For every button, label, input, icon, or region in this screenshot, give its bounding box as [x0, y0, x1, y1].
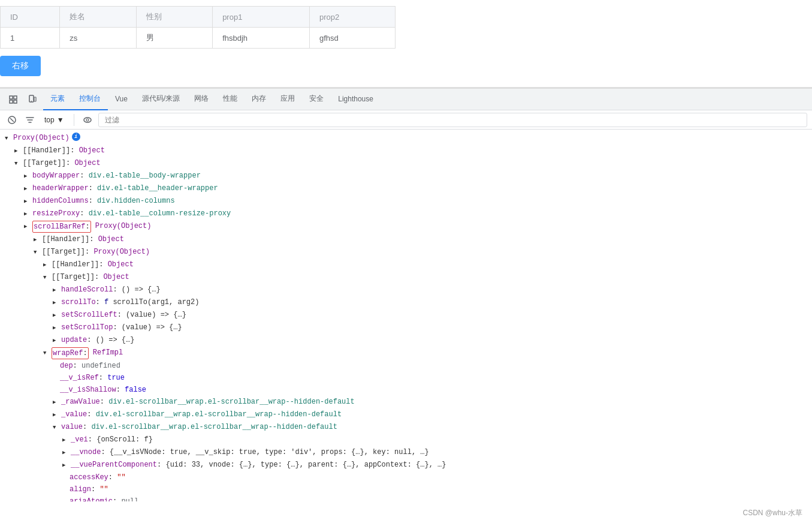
line-dep[interactable]: dep: undefined [0, 360, 812, 372]
toggle-proxy[interactable] [5, 133, 12, 144]
tab-memory[interactable]: 内存 [244, 89, 273, 110]
line-aria-atomic[interactable]: ariaAtomic: null [0, 495, 812, 501]
line-handler[interactable]: [[Handler]]: Object [0, 145, 812, 157]
line-access-key[interactable]: accessKey: "" [0, 471, 812, 483]
key-raw-value: _rawValue [61, 396, 100, 407]
right-move-button[interactable]: 右移 [0, 56, 41, 76]
line-proxy-object[interactable]: Proxy(Object) i [0, 132, 812, 145]
line-target[interactable]: [[Target]]: Object [0, 157, 812, 170]
tab-sources[interactable]: 源代码/来源 [135, 89, 187, 110]
toggle-body-wrapper[interactable] [24, 170, 31, 182]
toggle-value-priv[interactable] [53, 409, 60, 420]
colon-raw-value: : [100, 396, 108, 407]
toggle-handle-scroll[interactable] [53, 284, 60, 296]
val-scrollbar-ref: Proxy(Object) [91, 221, 152, 232]
toggle-hidden-columns[interactable] [24, 196, 31, 207]
line-resize-proxy[interactable]: resizeProxy: div.el-table__column-resize… [0, 208, 812, 220]
toggle-vei[interactable] [62, 434, 70, 446]
cell-id: 1 [1, 28, 60, 49]
inspect-icon[interactable] [5, 91, 22, 108]
line-target-l4[interactable]: [[Target]]: Object [0, 271, 812, 284]
filter-area[interactable] [98, 113, 807, 127]
filter-icon-button[interactable] [23, 113, 37, 127]
toggle-update[interactable] [53, 335, 60, 346]
colon-scrollbar-ref: : [85, 223, 89, 231]
key-hidden-columns: hiddenColumns [32, 196, 89, 206]
tab-elements[interactable]: 元素 [43, 89, 72, 110]
toggle-scrollbar-ref[interactable] [24, 221, 31, 232]
val-body-wrapper: div.el-table__body-wrapper [89, 170, 201, 181]
line-align[interactable]: align: "" [0, 483, 812, 495]
line-body-wrapper[interactable]: bodyWrapper: div.el-table__body-wrapper [0, 170, 812, 182]
toggle-resize-proxy[interactable] [24, 208, 31, 220]
tab-performance[interactable]: 性能 [216, 89, 244, 110]
key-set-scroll-top: setScrollTop [61, 322, 113, 333]
device-icon[interactable] [24, 91, 41, 108]
line-v-isshallow[interactable]: __v_isShallow: false [0, 384, 812, 396]
toggle-scroll-to[interactable] [53, 297, 60, 308]
toggle-raw-value[interactable] [53, 396, 60, 408]
toggle-wrap-ref[interactable] [43, 347, 50, 359]
val-wrap-ref: RefImpl [89, 347, 123, 358]
col-header-gender: 性别 [136, 7, 212, 28]
toggle-target[interactable] [14, 158, 22, 169]
toggle-value-pub[interactable] [53, 422, 60, 433]
table-row: 1 zs 男 fhsbdjh gfhsd [1, 28, 396, 49]
line-hidden-columns[interactable]: hiddenColumns: div.hidden-columns [0, 195, 812, 208]
tab-security[interactable]: 安全 [302, 89, 331, 110]
key-wrap-ref-highlighted: wrapRef: [52, 347, 89, 359]
line-handler-l3[interactable]: [[Handler]]: Object [0, 233, 812, 246]
filter-input[interactable] [102, 115, 803, 125]
clear-console-button[interactable] [5, 113, 19, 127]
handler-text: [[Handler]]: Object [23, 145, 105, 156]
key-v-isshallow: __v_isShallow [60, 384, 116, 395]
line-value-pub[interactable]: value: div.el-scrollbar__wrap.el-scrollb… [0, 421, 812, 434]
tab-application[interactable]: 应用 [273, 89, 302, 110]
line-raw-value[interactable]: _rawValue: div.el-scrollbar__wrap.el-scr… [0, 396, 812, 408]
val-set-scroll-left: (value) => {…} [126, 309, 186, 320]
toggle-target-l4[interactable] [43, 272, 50, 283]
line-wrap-ref[interactable]: wrapRef: RefImpl [0, 347, 812, 360]
line-set-scroll-left[interactable]: setScrollLeft: (value) => {…} [0, 309, 812, 321]
toggle-vue-parent[interactable] [62, 459, 70, 471]
eye-icon-button[interactable] [80, 113, 95, 127]
colon-dep: : [73, 360, 81, 371]
line-scroll-to[interactable]: scrollTo: f scrollTo(arg1, arg2) [0, 296, 812, 309]
tab-console[interactable]: 控制台 [72, 89, 108, 110]
line-vue-parent[interactable]: __vueParentComponent: {uid: 33, vnode: {… [0, 459, 812, 471]
line-set-scroll-top[interactable]: setScrollTop: (value) => {…} [0, 321, 812, 334]
line-vei[interactable]: _vei: {onScroll: f} [0, 434, 812, 446]
colon-value-priv: : [87, 409, 95, 420]
line-header-wrapper[interactable]: headerWrapper: div.el-table__header-wrap… [0, 182, 812, 195]
line-target-l3[interactable]: [[Target]]: Proxy(Object) [0, 246, 812, 259]
toggle-handler-l4[interactable] [43, 259, 50, 270]
key-scroll-to: scrollTo [61, 297, 96, 308]
line-handler-l4[interactable]: [[Handler]]: Object [0, 259, 812, 271]
toggle-set-scroll-left[interactable] [53, 309, 60, 321]
colon-aria-atomic: : [113, 496, 121, 501]
line-vnode[interactable]: __vnode: {__v_isVNode: true, __v_skip: t… [0, 446, 812, 459]
toggle-header-wrapper[interactable] [24, 183, 31, 194]
line-v-isref[interactable]: __v_isRef: true [0, 372, 812, 384]
tab-network[interactable]: 网络 [187, 89, 216, 110]
toggle-vnode[interactable] [62, 447, 70, 458]
tab-lighthouse[interactable]: Lighthouse [331, 89, 381, 110]
line-handle-scroll[interactable]: handleScroll: () => {…} [0, 284, 812, 296]
col-header-prop1: prop1 [213, 7, 310, 28]
line-value-priv[interactable]: _value: div.el-scrollbar__wrap.el-scroll… [0, 408, 812, 421]
line-update[interactable]: update: () => {…} [0, 334, 812, 347]
toggle-target-l3[interactable] [34, 247, 41, 258]
line-scrollbar-ref[interactable]: scrollBarRef: Proxy(Object) [0, 220, 812, 233]
colon-update: : [87, 335, 95, 345]
toggle-handler[interactable] [14, 145, 22, 157]
target-l3-text: [[Target]]: Proxy(Object) [42, 247, 150, 257]
toggle-set-scroll-top[interactable] [53, 322, 60, 333]
devtools-panel: 元素 控制台 Vue 源代码/来源 网络 性能 内存 应用 安全 Lightho… [0, 88, 812, 501]
tab-vue[interactable]: Vue [108, 89, 135, 110]
val-v-isref: true [107, 372, 125, 383]
key-align: align [70, 484, 91, 495]
toggle-handler-l3[interactable] [34, 234, 41, 245]
colon-set-scroll-left: : [117, 309, 126, 320]
data-table: ID 姓名 性别 prop1 prop2 1 zs 男 fhsbdjh gfhs… [0, 6, 396, 49]
context-selector[interactable]: top ▼ [41, 115, 68, 125]
